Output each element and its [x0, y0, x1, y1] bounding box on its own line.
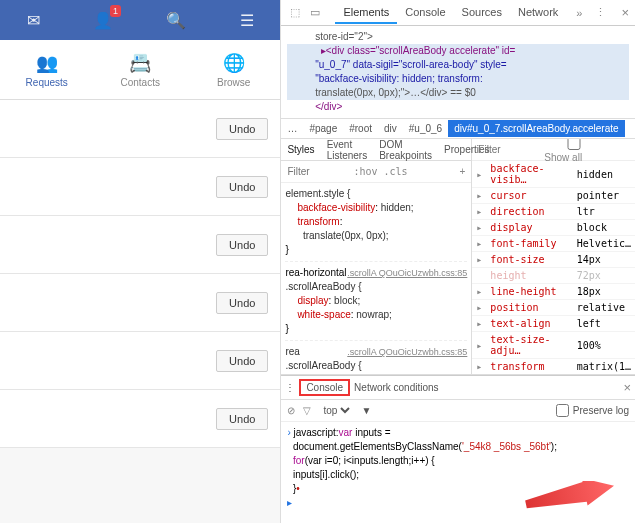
- facebook-pane: ✉ 👤1 🔍 ☰ 👥Requests📇Contacts🌐Browse UndoU…: [0, 0, 281, 523]
- devtools-tab-elements[interactable]: Elements: [335, 2, 397, 24]
- computed-row[interactable]: ▸positionrelative: [472, 300, 635, 316]
- computed-row[interactable]: ▸font-size14px: [472, 252, 635, 268]
- filter-icon[interactable]: ▽: [303, 405, 311, 416]
- notification-badge: 1: [110, 5, 121, 17]
- computed-row[interactable]: ▸transformmatrix(1…: [472, 359, 635, 375]
- computed-row[interactable]: ▸text-alignleft: [472, 316, 635, 332]
- computed-row[interactable]: ▸directionltr: [472, 204, 635, 220]
- list-item: Undo: [0, 332, 280, 390]
- undo-button[interactable]: Undo: [216, 118, 268, 140]
- show-all-checkbox[interactable]: [544, 139, 604, 150]
- device-icon[interactable]: ▭: [307, 5, 323, 21]
- request-list[interactable]: UndoUndoUndoUndoUndoUndo: [0, 100, 280, 523]
- list-item: Undo: [0, 274, 280, 332]
- console-output[interactable]: › javascript:var inputs = document.getEl…: [281, 422, 635, 523]
- console-prompt[interactable]: ▸: [287, 497, 292, 508]
- hov-toggle[interactable]: :hov: [353, 166, 377, 177]
- devtools-tab-network[interactable]: Network: [510, 2, 566, 24]
- computed-row[interactable]: ▸cursorpointer: [472, 188, 635, 204]
- css-rule[interactable]: element.style {backface-visibility: hidd…: [285, 187, 467, 262]
- subtab-styles[interactable]: Styles: [281, 141, 320, 158]
- context-select[interactable]: top: [319, 404, 353, 417]
- computed-row[interactable]: ▸text-size-adju…100%: [472, 332, 635, 359]
- computed-row[interactable]: height72px: [472, 268, 635, 284]
- undo-button[interactable]: Undo: [216, 234, 268, 256]
- clear-console-icon[interactable]: ⊘: [287, 405, 295, 416]
- inspect-icon[interactable]: ⬚: [287, 5, 303, 21]
- css-rule[interactable]: .scrollA QOuOicUzwbh.css:85rea-horizonta…: [285, 266, 467, 341]
- subtab-event-listeners[interactable]: Event Listeners: [321, 139, 374, 164]
- drawer-menu-icon[interactable]: ⋮: [285, 382, 295, 393]
- undo-button[interactable]: Undo: [216, 292, 268, 314]
- fb-tab-browse[interactable]: 🌐Browse: [187, 40, 280, 99]
- elements-tree[interactable]: store-id="2"> ▸<div class="scrollAreaBod…: [281, 26, 635, 119]
- devtools-menu-icon[interactable]: ⋮: [592, 5, 608, 21]
- devtools-toolbar: ⬚ ▭ ElementsConsoleSourcesNetwork » ⋮ ×: [281, 0, 635, 26]
- list-item: Undo: [0, 100, 280, 158]
- crumb[interactable]: …: [281, 120, 303, 137]
- close-drawer[interactable]: ×: [623, 380, 631, 395]
- fb-tabs: 👥Requests📇Contacts🌐Browse: [0, 40, 280, 100]
- source-link[interactable]: .scrollA QOuOicUzwbh.css:85: [347, 345, 467, 359]
- drawer-tab-console[interactable]: Console: [299, 379, 350, 396]
- contacts-icon: 📇: [129, 52, 151, 74]
- messages-icon[interactable]: ✉: [27, 11, 40, 30]
- computed-pane: Show all ▸backface-visib…hidden▸cursorpo…: [472, 139, 635, 374]
- devtools: ⬚ ▭ ElementsConsoleSourcesNetwork » ⋮ × …: [281, 0, 635, 523]
- add-rule-icon[interactable]: +: [459, 166, 465, 177]
- subtab-dom-breakpoints[interactable]: DOM Breakpoints: [373, 139, 438, 164]
- levels-dropdown[interactable]: ▼: [361, 405, 371, 416]
- requests-icon: 👥: [36, 52, 58, 74]
- crumb[interactable]: div#u_0_7.scrollAreaBody.accelerate: [448, 120, 624, 137]
- css-rule[interactable]: .scrollA QOuOicUzwbh.css:85rea .scrollAr…: [285, 345, 467, 374]
- styles-pane: StylesEvent ListenersDOM BreakpointsProp…: [281, 139, 472, 374]
- devtools-tab-sources[interactable]: Sources: [454, 2, 510, 24]
- svg-marker-0: [525, 481, 615, 518]
- computed-row[interactable]: ▸displayblock: [472, 220, 635, 236]
- crumb[interactable]: #root: [343, 120, 378, 137]
- crumb[interactable]: div: [378, 120, 403, 137]
- devtools-tab-console[interactable]: Console: [397, 2, 453, 24]
- drawer-tab-network-conditions[interactable]: Network conditions: [354, 382, 438, 393]
- undo-button[interactable]: Undo: [216, 176, 268, 198]
- fb-tab-requests[interactable]: 👥Requests: [0, 40, 93, 99]
- breadcrumb[interactable]: …#page#rootdiv#u_0_6div#u_0_7.scrollArea…: [281, 119, 635, 139]
- console-drawer: ⋮ Console Network conditions × ⊘ ▽ top ▼…: [281, 375, 635, 523]
- search-icon[interactable]: 🔍: [166, 11, 186, 30]
- list-item: Undo: [0, 390, 280, 448]
- fb-tab-contacts[interactable]: 📇Contacts: [93, 40, 186, 99]
- computed-filter-input[interactable]: [478, 144, 538, 155]
- crumb[interactable]: #u_0_6: [403, 120, 448, 137]
- menu-icon[interactable]: ☰: [240, 11, 254, 30]
- annotation-arrow: [525, 481, 615, 521]
- undo-button[interactable]: Undo: [216, 350, 268, 372]
- cls-toggle[interactable]: .cls: [383, 166, 407, 177]
- list-item: Undo: [0, 216, 280, 274]
- computed-row[interactable]: ▸backface-visib…hidden: [472, 161, 635, 188]
- styles-filter-input[interactable]: [287, 166, 347, 177]
- undo-button[interactable]: Undo: [216, 408, 268, 430]
- browse-icon: 🌐: [223, 52, 245, 74]
- computed-row[interactable]: ▸font-familyHelvetic…: [472, 236, 635, 252]
- preserve-log-checkbox[interactable]: [556, 404, 569, 417]
- crumb[interactable]: #page: [303, 120, 343, 137]
- close-devtools[interactable]: ×: [621, 5, 629, 20]
- source-link[interactable]: .scrollA QOuOicUzwbh.css:85: [347, 266, 467, 280]
- list-item: Undo: [0, 158, 280, 216]
- computed-row[interactable]: ▸line-height18px: [472, 284, 635, 300]
- fb-header: ✉ 👤1 🔍 ☰: [0, 0, 280, 40]
- friend-requests-icon[interactable]: 👤1: [93, 11, 113, 30]
- more-tabs[interactable]: »: [570, 3, 588, 23]
